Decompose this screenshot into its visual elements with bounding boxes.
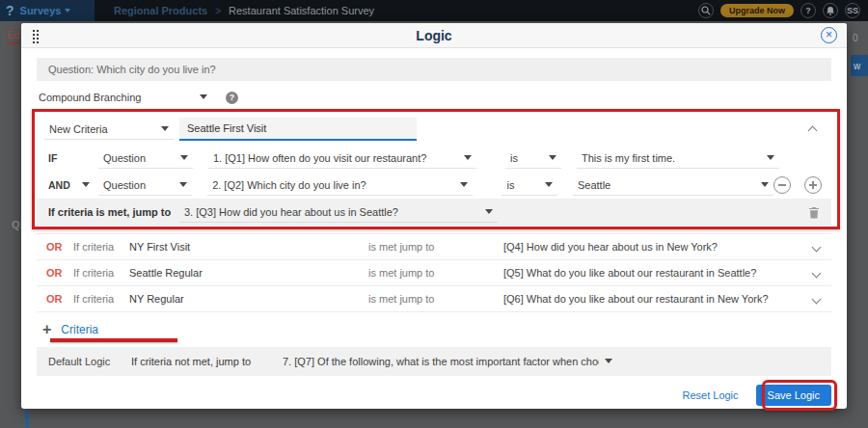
condition-value-select[interactable]: Seattle xyxy=(573,174,773,196)
breadcrumb-product[interactable]: Regional Products xyxy=(114,5,207,16)
not-met-label: If criteria not met, jump to xyxy=(131,356,278,367)
caret-down-icon xyxy=(179,182,187,187)
caret-down-icon xyxy=(82,182,90,187)
search-icon[interactable] xyxy=(698,3,714,18)
default-jump-question-select[interactable]: 7. [Q7] Of the following, what is the mo… xyxy=(278,351,617,372)
add-criteria-row: + Criteria xyxy=(37,320,831,339)
caret-down-icon xyxy=(761,182,769,187)
caret-down-icon xyxy=(767,155,774,160)
condition-question-select[interactable]: 2. [Q2] Which city do you live in? xyxy=(207,174,473,196)
add-criteria-link[interactable]: Criteria xyxy=(61,323,98,336)
expand-chevron-down-icon[interactable] xyxy=(812,268,822,278)
if-criteria-label: If criteria xyxy=(73,267,129,279)
caret-down-icon xyxy=(549,155,556,160)
expand-chevron-down-icon[interactable] xyxy=(812,294,822,304)
breadcrumb-survey-title: Restaurant Satisfaction Survey xyxy=(229,5,374,16)
caret-down-icon xyxy=(545,182,553,187)
and-operator-select[interactable]: AND xyxy=(44,174,95,196)
notifications-bell-icon[interactable] xyxy=(823,3,838,18)
or-label: OR xyxy=(46,241,73,253)
caret-down-icon xyxy=(485,209,493,214)
plus-icon[interactable]: + xyxy=(42,322,51,337)
caret-down-icon xyxy=(180,155,188,160)
add-condition-icon[interactable] xyxy=(804,176,822,194)
criteria-editor: New Criteria IF Question 1. [Q1] How oft… xyxy=(37,114,831,226)
nav-surveys[interactable]: Surveys xyxy=(20,5,71,16)
background-count: 0 xyxy=(853,33,858,43)
condition-type-select[interactable]: Question xyxy=(98,147,193,169)
comparator-select[interactable]: is xyxy=(502,174,557,196)
question-header: Question: Which city do you live in? xyxy=(37,58,831,81)
app-logo-icon: ? xyxy=(6,3,14,18)
comparator-select[interactable]: is xyxy=(505,147,561,169)
delete-criteria-trash-icon[interactable] xyxy=(808,206,820,219)
logic-modal: Logic × Question: Which city do you live… xyxy=(21,23,847,409)
or-label: OR xyxy=(46,267,73,279)
remove-condition-icon[interactable] xyxy=(773,176,791,194)
breadcrumb-separator: > xyxy=(215,6,221,16)
branching-type-row: Compound Branching ? xyxy=(37,89,831,106)
close-icon[interactable]: × xyxy=(821,27,837,43)
caret-down-icon xyxy=(200,94,207,99)
default-logic-row: Default Logic If criteria not met, jump … xyxy=(37,347,831,376)
background-panel-edge xyxy=(25,411,29,428)
background-edit-tab: Ed xyxy=(7,29,19,44)
avatar[interactable]: SS xyxy=(845,3,860,18)
expand-chevron-down-icon[interactable] xyxy=(812,242,822,252)
and-operator-wrap: AND xyxy=(44,174,98,196)
brand-area: ? Surveys xyxy=(0,0,95,21)
condition-row-if: IF Question 1. [Q1] How often do you vis… xyxy=(37,145,831,172)
met-jump-label: is met jump to xyxy=(368,241,503,253)
background-button-fragment: w xyxy=(851,55,868,76)
modal-footer: Reset Logic Save Logic xyxy=(37,384,831,407)
saved-criteria-row[interactable]: OR If criteria NY Regular is met jump to… xyxy=(37,286,831,312)
chevron-down-icon xyxy=(65,9,70,13)
upgrade-now-button[interactable]: Upgrade Now xyxy=(720,4,794,17)
if-criteria-label: If criteria xyxy=(73,241,129,253)
condition-type-select[interactable]: Question xyxy=(98,174,192,196)
criteria-name-row: New Criteria xyxy=(37,114,831,145)
jump-to-question-select[interactable]: 3. [Q3] How did you hear about us in Sea… xyxy=(179,201,498,223)
condition-value-select[interactable]: This is my first time. xyxy=(577,147,779,169)
topbar-actions: Upgrade Now ? SS xyxy=(698,3,868,18)
modal-header: Logic × xyxy=(21,23,847,48)
default-logic-label: Default Logic xyxy=(48,356,131,367)
condition-question-select[interactable]: 1. [Q1] How often do you visit our resta… xyxy=(208,147,476,169)
if-criteria-label: If criteria xyxy=(73,293,129,305)
breadcrumb: Regional Products > Restaurant Satisfact… xyxy=(114,5,374,16)
criteria-select[interactable]: New Criteria xyxy=(44,119,174,140)
help-icon[interactable]: ? xyxy=(800,3,816,18)
caret-down-icon xyxy=(161,126,169,131)
collapse-chevron-up-icon[interactable] xyxy=(808,126,818,136)
criteria-name: Seattle Regular xyxy=(129,267,368,279)
or-label: OR xyxy=(46,293,73,305)
criteria-name: NY Regular xyxy=(129,293,368,305)
save-logic-button[interactable]: Save Logic xyxy=(756,385,831,406)
met-jump-label: is met jump to xyxy=(368,293,503,305)
caret-down-icon xyxy=(464,155,472,160)
branching-help-icon[interactable]: ? xyxy=(226,92,238,104)
met-jump-label: is met jump to xyxy=(368,267,503,279)
condition-row-actions xyxy=(773,176,824,194)
caret-down-icon xyxy=(605,359,612,363)
modal-body: Question: Which city do you live in? Com… xyxy=(21,58,847,407)
top-navigation-bar: ? Surveys Regional Products > Restaurant… xyxy=(0,0,868,21)
condition-row-and: AND Question 2. [Q2] Which city do you l… xyxy=(37,172,831,199)
criteria-target-question: [Q6] What do you like about our restaura… xyxy=(503,293,813,305)
modal-title: Logic xyxy=(21,28,847,43)
reset-logic-link[interactable]: Reset Logic xyxy=(682,389,738,401)
saved-criteria-row[interactable]: OR If criteria Seattle Regular is met ju… xyxy=(37,260,831,286)
criteria-name-input[interactable] xyxy=(179,118,417,141)
jump-to-row: If criteria is met, jump to 3. [Q3] How … xyxy=(37,199,831,226)
caret-down-icon xyxy=(460,182,468,187)
if-label: IF xyxy=(44,152,98,164)
criteria-target-question: [Q5] What do you like about our restaura… xyxy=(503,267,813,279)
jump-to-label: If criteria is met, jump to xyxy=(48,206,172,218)
criteria-target-question: [Q4] How did you hear about us in New Yo… xyxy=(503,241,813,253)
saved-criteria-list: OR If criteria NY First Visit is met jum… xyxy=(37,233,831,312)
criteria-name: NY First Visit xyxy=(129,241,368,253)
saved-criteria-row[interactable]: OR If criteria NY First Visit is met jum… xyxy=(37,234,831,260)
branching-type-select[interactable]: Compound Branching xyxy=(39,87,212,108)
